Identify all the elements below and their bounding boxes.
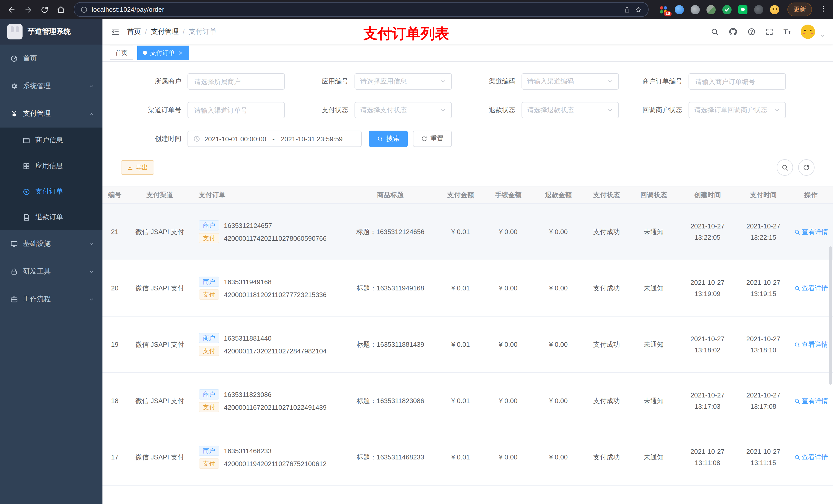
cell-id: 17	[102, 429, 127, 485]
sidebar-collapse-icon[interactable]	[111, 27, 120, 36]
table-row[interactable]: 18 微信 JSAPI 支付 商户1635311823086 支付4200001…	[102, 373, 833, 429]
cell-status: 支付成功	[583, 429, 630, 485]
channel-code-select[interactable]: 请输入渠道编码	[522, 73, 619, 90]
close-icon[interactable]	[178, 50, 184, 55]
sidebar-item-system[interactable]: 系统管理	[0, 72, 102, 100]
profile-avatar-icon[interactable]	[770, 5, 779, 14]
user-avatar[interactable]	[801, 24, 815, 39]
browser-menu-icon[interactable]	[819, 4, 827, 15]
extension-icon-grid[interactable]: 10	[659, 5, 668, 14]
sidebar-item-home[interactable]: 首页	[0, 45, 102, 72]
view-detail-link[interactable]: 查看详情	[794, 284, 828, 293]
chevron-down-icon	[607, 107, 613, 113]
extension-icon-pin[interactable]	[754, 5, 763, 14]
tab-home[interactable]: 首页	[110, 46, 133, 60]
url-text[interactable]: localhost:1024/pay/order	[92, 6, 619, 13]
breadcrumb-pay[interactable]: 支付管理	[151, 27, 179, 36]
cell-id: 18	[102, 373, 127, 429]
refund-status-select[interactable]: 请选择退款状态	[522, 102, 619, 118]
pay-status-select[interactable]: 请选择支付状态	[355, 102, 452, 118]
browser-forward-icon[interactable]	[22, 3, 35, 16]
avatar-caret-down-icon[interactable]	[820, 33, 825, 38]
breadcrumb-home[interactable]: 首页	[127, 27, 141, 36]
date-end[interactable]: 2021-10-31 23:59:59	[281, 135, 342, 143]
sidebar-item-pay-order[interactable]: 支付订单	[0, 179, 102, 205]
font-size-icon[interactable]: TT	[784, 27, 791, 35]
merchant-order-no-input[interactable]	[689, 73, 786, 90]
header-search-icon[interactable]	[711, 27, 719, 35]
sidebar-item-pay[interactable]: 支付管理	[0, 100, 102, 127]
sidebar-item-label: 支付管理	[23, 109, 51, 118]
app-id-select[interactable]: 请选择应用信息	[355, 73, 452, 90]
sidebar-item-workflow[interactable]: 工作流程	[0, 285, 102, 313]
cell-amount: ¥ 0.01	[438, 429, 482, 485]
table-row[interactable]: 21 微信 JSAPI 支付 商户1635312124657 支付4200001…	[102, 203, 833, 260]
date-start[interactable]: 2021-10-01 00:00:00	[205, 135, 266, 143]
extension-icon-chat[interactable]	[738, 5, 747, 14]
pay-order-no: 4200001174202110278060590766	[224, 234, 327, 242]
merchant-order-no-field[interactable]	[694, 77, 780, 86]
time-line: 13:22:15	[740, 232, 787, 243]
reset-button[interactable]: 重置	[413, 130, 452, 147]
sidebar-item-label: 应用信息	[35, 161, 63, 171]
export-button[interactable]: 导出	[121, 160, 154, 175]
sidebar-logo[interactable]: 芋道管理系统	[0, 19, 102, 45]
vertical-scrollbar[interactable]	[829, 246, 832, 385]
refresh-table-button[interactable]	[798, 159, 814, 176]
bookmark-star-icon[interactable]	[635, 6, 642, 13]
browser-back-icon[interactable]	[5, 3, 19, 16]
search-button[interactable]: 搜索	[369, 130, 408, 147]
card-icon	[23, 137, 30, 144]
date-range-picker[interactable]: 2021-10-01 00:00:00 - 2021-10-31 23:59:5…	[188, 130, 362, 147]
view-detail-link[interactable]: 查看详情	[794, 227, 828, 236]
view-detail-link[interactable]: 查看详情	[794, 396, 828, 405]
fullscreen-icon[interactable]	[766, 27, 774, 35]
notify-status-select[interactable]: 请选择订单回调商户状态	[689, 102, 786, 118]
site-info-icon[interactable]	[80, 6, 88, 13]
sidebar-item-label: 首页	[23, 54, 37, 63]
merchant-badge: 商户	[199, 333, 219, 343]
table-row[interactable]: 19 微信 JSAPI 支付 商户1635311881440 支付4200001…	[102, 316, 833, 373]
tab-pay-order[interactable]: 支付订单	[137, 46, 189, 60]
screen: localhost:1024/pay/order 10 更新	[0, 0, 833, 504]
view-detail-link[interactable]: 查看详情	[794, 453, 828, 462]
sidebar-item-refund-order[interactable]: 退款订单	[0, 205, 102, 230]
channel-order-no-field[interactable]	[193, 106, 279, 115]
cell-order: 商户1635311468233 支付4200001194202110276752…	[193, 429, 342, 485]
sidebar-item-merchant-info[interactable]: 商户信息	[0, 127, 102, 153]
filter-pay-status: 支付状态 请选择支付状态	[288, 102, 455, 118]
extension-icon-check[interactable]	[722, 5, 732, 14]
extension-icon-gray[interactable]	[691, 5, 700, 14]
table-row-partial[interactable]: 商户1635311157126	[102, 485, 833, 504]
cell-status: 支付成功	[583, 316, 630, 373]
toggle-search-button[interactable]	[777, 159, 793, 176]
github-icon[interactable]	[729, 27, 738, 36]
table-row[interactable]: 20 微信 JSAPI 支付 商户1635311949168 支付4200001…	[102, 260, 833, 316]
filter-notify-status: 回调商户状态 请选择订单回调商户状态	[622, 102, 789, 118]
browser-reload-icon[interactable]	[38, 3, 51, 16]
merchant-input[interactable]	[188, 73, 285, 90]
browser-home-icon[interactable]	[54, 3, 68, 16]
view-detail-link[interactable]: 查看详情	[794, 340, 828, 349]
sidebar-item-app-info[interactable]: 应用信息	[0, 153, 102, 179]
briefcase-icon	[10, 295, 18, 303]
extension-icon-drop[interactable]	[675, 5, 684, 14]
browser-update-button[interactable]: 更新	[787, 3, 812, 16]
refresh-icon	[421, 136, 427, 142]
extension-icon-two-tone[interactable]	[707, 5, 716, 14]
cell-action: 查看详情	[789, 260, 833, 316]
active-tab-dot	[143, 51, 147, 55]
merchant-input-field[interactable]	[193, 77, 279, 86]
address-bar[interactable]: localhost:1024/pay/order	[74, 2, 648, 17]
pay-submenu: 商户信息 应用信息 支付订单 退款订单	[0, 127, 102, 230]
share-icon[interactable]	[623, 6, 630, 13]
cell-pay-time: 2021-10-2713:17:08	[738, 373, 789, 429]
help-icon[interactable]	[748, 27, 756, 35]
sidebar-item-devtools[interactable]: 研发工具	[0, 258, 102, 285]
cell-channel: 微信 JSAPI 支付	[127, 429, 193, 485]
channel-order-no-input[interactable]	[188, 102, 285, 118]
table-row[interactable]: 17 微信 JSAPI 支付 商户1635311468233 支付4200001…	[102, 429, 833, 485]
chevron-down-icon	[440, 107, 446, 113]
chevron-down-icon	[607, 78, 613, 85]
sidebar-item-infra[interactable]: 基础设施	[0, 230, 102, 258]
